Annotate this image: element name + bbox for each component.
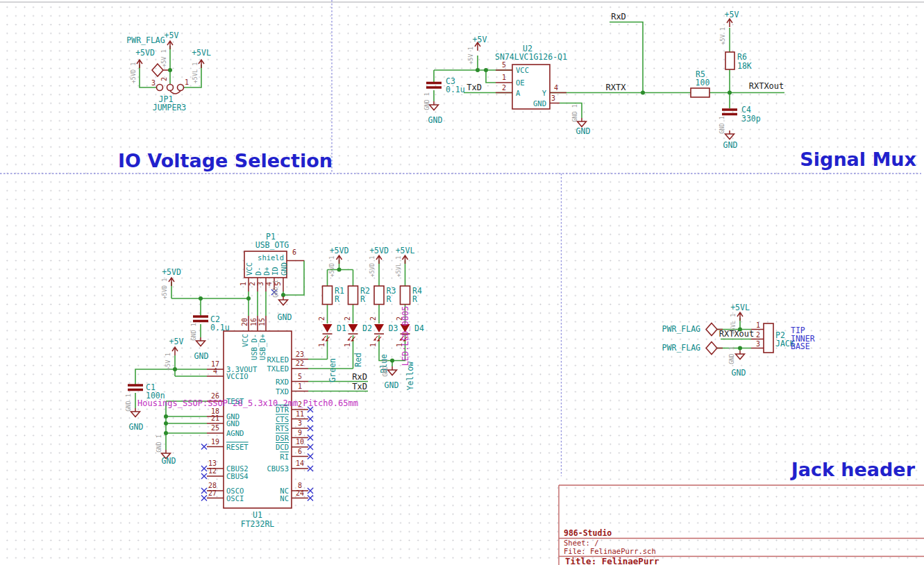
gnd-symbol[interactable] xyxy=(578,118,587,127)
capacitor-c2-symbol[interactable] xyxy=(193,317,208,321)
gnd-label[interactable]: GND xyxy=(723,140,738,150)
net-5v-label[interactable]: +5V xyxy=(473,35,487,44)
jp1-value[interactable]: JUMPER3 xyxy=(153,103,187,112)
net-label-txd[interactable]: TxD xyxy=(352,382,367,391)
u1-pin-name: RXLED xyxy=(267,355,289,364)
pwr-flag-symbol[interactable] xyxy=(706,342,723,355)
power-symbol-5vl[interactable] xyxy=(403,255,408,264)
hidden-pin-text: +5V 1 xyxy=(719,27,726,45)
d4-footprint-field[interactable]: LED:LED_0805 xyxy=(401,306,410,366)
u1-footprint-field[interactable]: Housings_SSOP:SSOP-28_5.3x10.2mm_Pitch0.… xyxy=(137,398,358,408)
resistor-r6-symbol[interactable] xyxy=(725,52,734,69)
net-5vl-label[interactable]: +5VL xyxy=(192,48,211,58)
gnd-symbol[interactable] xyxy=(388,366,397,376)
led-pin-number: 1 xyxy=(318,343,326,347)
net-label-rxd[interactable]: RxD xyxy=(352,372,367,382)
net-5v-label[interactable]: +5V xyxy=(165,31,179,40)
signal-mux-section[interactable]: RxD +5V +5V 1 U2 SN74LVC1G126-Q1 VCC OE … xyxy=(423,10,916,170)
net-label-rxtx[interactable]: RXTX xyxy=(606,83,627,92)
d2-value[interactable]: Red xyxy=(353,353,363,367)
pwr-flag-label[interactable]: PWR_FLAG xyxy=(126,35,165,45)
pwr-flag-label[interactable]: PWR_FLAG xyxy=(662,324,700,334)
gnd-symbol[interactable] xyxy=(131,408,140,417)
jack-header-section[interactable]: +5VL +5VL 1 PWR_FLAG PWR_FLAG RXTXout GN… xyxy=(662,303,916,480)
d1-reference[interactable]: D1 xyxy=(337,323,346,333)
power-symbol-5vd[interactable] xyxy=(376,255,382,264)
power-symbol-5vd[interactable] xyxy=(169,278,174,286)
c4-value[interactable]: 330p xyxy=(741,114,761,124)
resistor-r1-symbol[interactable] xyxy=(323,286,333,305)
r6-value[interactable]: 18K xyxy=(737,61,752,71)
p1-value[interactable]: USB_OTG xyxy=(255,240,289,250)
u2-value[interactable]: SN74LVC1G126-Q1 xyxy=(495,52,567,62)
d2-reference[interactable]: D2 xyxy=(362,323,372,333)
r6-reference[interactable]: R6 xyxy=(737,52,747,62)
r4-value[interactable]: R xyxy=(412,294,417,304)
power-symbol-5vl[interactable] xyxy=(199,60,204,68)
d4-reference[interactable]: D4 xyxy=(414,323,424,333)
u2-pin-name-oe: OE xyxy=(516,78,525,87)
d3-reference[interactable]: D3 xyxy=(389,323,398,333)
net-label-txd[interactable]: TxD xyxy=(467,83,482,92)
hidden-pin-text: GND 1 xyxy=(728,346,735,364)
net-label-rxtxout[interactable]: RXTXout xyxy=(719,329,755,339)
power-symbol-5v[interactable] xyxy=(727,19,732,27)
led-pin-number: 2 xyxy=(344,317,351,321)
resistor-r5-symbol[interactable] xyxy=(691,88,709,97)
kicad-schematic-canvas[interactable]: PWR_FLAG +5V +5VD +5VL +5VD 1 +5V 1 +5VL… xyxy=(0,0,924,565)
io-voltage-selection-section[interactable]: PWR_FLAG +5V +5VD +5VL +5VD 1 +5V 1 +5VL… xyxy=(118,31,333,171)
net-label-rxtxout[interactable]: RXTXout xyxy=(749,81,784,91)
resistor-r4-symbol[interactable] xyxy=(401,286,410,305)
power-symbol-5v[interactable] xyxy=(167,41,173,49)
gnd-label[interactable]: GND xyxy=(428,115,443,125)
capacitor-c1-symbol[interactable] xyxy=(128,385,143,390)
power-symbol-5vd[interactable] xyxy=(137,60,142,68)
net-5v-label[interactable]: +5V xyxy=(169,337,184,346)
c2-value[interactable]: 0.1u xyxy=(210,323,230,332)
net-5vd-label[interactable]: +5VD xyxy=(330,246,349,255)
gnd-label[interactable]: GND xyxy=(129,422,144,432)
pwr-flag-label[interactable]: PWR_FLAG xyxy=(662,343,700,353)
jumper-jp1-symbol[interactable] xyxy=(157,85,184,94)
p1-pin-name-shield: shield xyxy=(258,253,284,262)
usb-uart-section[interactable]: P1 USB_OTG shield 6 VCC D- D+ ID GND 1 2… xyxy=(125,232,424,529)
r3-value[interactable]: R xyxy=(387,294,392,304)
gnd-label[interactable]: GND xyxy=(576,126,591,136)
u1-pin-name: OSCI xyxy=(226,494,244,503)
u1-reference[interactable]: U1 xyxy=(253,510,262,520)
r2-value[interactable]: R xyxy=(360,294,365,304)
u1-value[interactable]: FT232RL xyxy=(241,519,275,529)
gnd-label[interactable]: GND xyxy=(278,312,292,322)
capacitor-c3-symbol[interactable] xyxy=(426,83,442,88)
gnd-label[interactable]: GND xyxy=(162,456,176,466)
c3-value[interactable]: 0.1u xyxy=(446,85,465,94)
gnd-symbol[interactable] xyxy=(725,130,734,140)
resistor-r2-symbol[interactable] xyxy=(348,286,358,305)
power-symbol-5v[interactable] xyxy=(172,347,178,355)
p2-jack-connector-symbol[interactable] xyxy=(764,323,773,353)
r1-value[interactable]: R xyxy=(335,294,339,304)
net-5vl-label[interactable]: +5VL xyxy=(396,246,415,255)
power-symbol-5vd[interactable] xyxy=(337,255,342,264)
gnd-symbol[interactable] xyxy=(736,351,745,360)
net-5v-label[interactable]: +5V xyxy=(725,10,739,19)
gnd-symbol[interactable] xyxy=(430,101,439,110)
power-symbol-5vl[interactable] xyxy=(737,312,743,321)
gnd-label[interactable]: GND xyxy=(385,380,399,390)
net-5vd-label[interactable]: +5VD xyxy=(135,48,155,58)
gnd-symbol[interactable] xyxy=(196,337,205,346)
net-label-rxd[interactable]: RxD xyxy=(611,12,626,22)
net-5vd-label[interactable]: +5VD xyxy=(162,267,181,277)
r5-value[interactable]: 100 xyxy=(696,78,710,87)
gnd-symbol[interactable] xyxy=(279,296,288,305)
resistor-r3-symbol[interactable] xyxy=(374,286,384,305)
led-pin-number: 2 xyxy=(318,317,326,321)
net-5vl-label[interactable]: +5VL xyxy=(730,303,750,312)
d1-value[interactable]: Green xyxy=(328,358,337,382)
capacitor-c4-symbol[interactable] xyxy=(722,110,737,115)
c4-reference[interactable]: C4 xyxy=(741,105,751,115)
gnd-label[interactable]: GND xyxy=(732,368,746,378)
gnd-label[interactable]: GND xyxy=(194,351,209,361)
pin-label-base[interactable]: BASE xyxy=(791,341,810,351)
net-5vd-label[interactable]: +5VD xyxy=(369,246,389,255)
